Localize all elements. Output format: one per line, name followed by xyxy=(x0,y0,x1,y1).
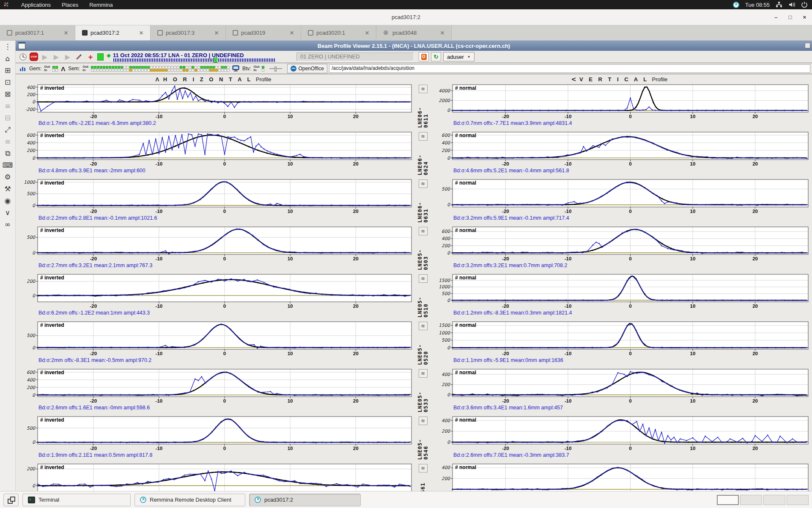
clock[interactable]: Tue 08:55 xyxy=(745,2,770,8)
power-icon[interactable] xyxy=(801,1,808,8)
horizontal-profile-chart[interactable]: 5000-20-1001020# inverted xyxy=(17,226,413,262)
network-share-icon[interactable] xyxy=(776,1,782,8)
openoffice-button[interactable]: OpenOffice xyxy=(287,64,327,73)
stop-icon[interactable]: STOP xyxy=(30,52,38,61)
horizontal-profile-chart[interactable]: 5000-20-1001020# inverted xyxy=(17,416,413,451)
screenshot-icon[interactable]: ◉ xyxy=(5,197,11,204)
tab-pcad3019[interactable]: pcad3019✕ xyxy=(226,25,301,40)
row-expander-button[interactable]: ≋ xyxy=(419,464,428,472)
minimize-button[interactable]: – xyxy=(774,14,777,20)
new-connection-icon[interactable]: ⊞ xyxy=(5,67,11,74)
vertical-profile-chart[interactable]: 400020000-20-1001020# normal xyxy=(433,84,809,119)
marker-pen-icon[interactable] xyxy=(74,52,84,61)
step-play-icon-1[interactable]: ▶ xyxy=(40,52,49,61)
svg-text:0: 0 xyxy=(223,209,226,214)
tab-close-icon[interactable]: ✕ xyxy=(365,30,369,36)
tab-pcad3048[interactable]: ⊗pcad3048✕ xyxy=(376,25,452,40)
add-icon[interactable]: + xyxy=(86,52,95,61)
menu-applications[interactable]: Applications xyxy=(21,2,51,8)
horizontal-profile-chart[interactable]: 5000-20-1001020# inverted xyxy=(17,321,413,356)
row-expander-button[interactable]: ≋ xyxy=(419,369,428,378)
vertical-profile-chart[interactable]: 5000-20-1001020# normal xyxy=(433,179,809,214)
zoom-slider[interactable] xyxy=(269,68,282,69)
tab-pcad3020:1[interactable]: pcad3020:1✕ xyxy=(301,25,376,40)
menu-kebab-icon[interactable]: ⋮ xyxy=(4,43,11,50)
vertical-profile-chart[interactable]: 150010005000-20-1001020# normal xyxy=(433,321,809,356)
row-expander-button[interactable]: ≋ xyxy=(419,322,428,330)
profile-headers: Λ H O R I Z O N T A L Profile Λ V E R T … xyxy=(16,75,812,84)
horizontal-profile-stats: Bd:σ:2.2mm offs:2.8E1 mean:-0.1mm ampl:1… xyxy=(38,214,413,222)
keyboard-grab-icon[interactable]: ⌨ xyxy=(3,162,13,169)
tab-close-icon[interactable]: ✕ xyxy=(440,30,444,36)
horizontal-profile-chart[interactable]: 6004002000-20-1001020# inverted xyxy=(17,368,413,404)
workspace-pager[interactable] xyxy=(717,495,809,505)
tab-close-icon[interactable]: ✕ xyxy=(290,30,294,36)
home-icon[interactable]: ⌂ xyxy=(5,55,10,62)
workspace-cell-3[interactable] xyxy=(763,495,785,505)
workspace-cell-4[interactable] xyxy=(787,495,809,505)
resolution-menu-icon[interactable]: ≡ xyxy=(5,102,11,110)
workspace-switcher-icon[interactable] xyxy=(3,494,19,506)
remmina-tray-icon[interactable] xyxy=(733,2,739,8)
tab-close-icon[interactable]: ✕ xyxy=(139,30,143,36)
horizontal-profile-chart[interactable]: 10005000-20-1001020# inverted xyxy=(17,179,413,214)
vertical-profile-chart[interactable]: 6004002000-20-1001020# normal xyxy=(433,131,809,167)
tab-close-icon[interactable]: ✕ xyxy=(64,30,68,36)
remmina-window-titlebar[interactable]: pcad3017:2 – □ × xyxy=(0,9,812,25)
dynamic-resolution-icon[interactable]: ⊡ xyxy=(5,79,11,86)
remote-desktop-view[interactable]: Beam Profile Viewer 2.15.1 - (INCA) - LN… xyxy=(16,41,812,491)
taskbar-item-pcad3017-2[interactable]: pcad3017:2 xyxy=(249,494,361,506)
vertical-profile-chart[interactable]: 4002000-20-1001020# normal xyxy=(433,416,809,451)
vertical-profile-chart[interactable]: 6004002000-20-1001020# normal xyxy=(433,226,809,262)
acquisition-path-field[interactable]: /acc/java/data/lna/adebds/acquisition xyxy=(329,64,810,73)
horizontal-profile-chart[interactable]: 2000-20-1001020# inverted xyxy=(17,273,413,309)
tab-pcad3017:1[interactable]: pcad3017:1✕ xyxy=(0,25,75,40)
disconnect-icon[interactable]: ∞ xyxy=(5,221,11,228)
app-titlebar-restore-icon[interactable] xyxy=(805,43,810,48)
row-expander-button[interactable]: ≋ xyxy=(419,274,428,283)
minimize-toolbar-icon[interactable]: ∨ xyxy=(5,209,10,216)
play-icon[interactable]: ▶ xyxy=(63,52,72,61)
vertical-profile-chart[interactable]: 400200-20-1001020# normal xyxy=(433,463,809,491)
timer-icon[interactable] xyxy=(18,52,27,61)
menu-places[interactable]: Places xyxy=(62,2,78,8)
restore-button[interactable]: □ xyxy=(789,14,792,20)
tab-close-icon[interactable]: ✕ xyxy=(214,30,219,36)
step-play-icon-2[interactable]: ▶ xyxy=(52,52,61,61)
taskbar-item-remmina-remote-desktop-client[interactable]: Remmina Remote Desktop Client xyxy=(134,494,245,506)
refresh-button[interactable]: ↻ xyxy=(431,52,441,61)
row-expander-button[interactable]: ≋ xyxy=(419,132,428,141)
tab-pcad3017:3[interactable]: pcad3017:3✕ xyxy=(151,25,226,40)
btv-monitor-icon[interactable] xyxy=(231,64,241,73)
close-button[interactable]: × xyxy=(803,14,806,20)
vertical-profile-chart[interactable]: 150010005000-20-1001020# normal xyxy=(433,273,809,309)
row-expander-button[interactable]: ≋ xyxy=(419,417,428,425)
svg-text:# normal: # normal xyxy=(455,85,476,91)
options-menu-icon[interactable]: ≡ xyxy=(5,138,11,145)
horizontal-profile-chart[interactable]: 2000-20-1001020# inverted xyxy=(17,463,413,491)
horizontal-profile-chart[interactable]: 6004002000-20-1001020# inverted xyxy=(17,131,413,167)
row-expander-button[interactable]: ≋ xyxy=(419,227,428,235)
vertical-profile-chart[interactable]: 4002000-20-1001020# normal xyxy=(433,368,809,404)
scale-expand-icon[interactable]: ⤢ xyxy=(5,126,11,133)
workspace-cell-2[interactable] xyxy=(740,495,762,505)
preferences-icon[interactable]: ⚙ xyxy=(4,174,11,181)
menu-remmina[interactable]: Remmina xyxy=(89,2,113,8)
sem-out-indicator xyxy=(94,66,96,69)
cycle-selector-field[interactable]: 01 ZERO | UNDEFINED xyxy=(296,52,414,61)
user-dropdown[interactable]: aduser ▼ xyxy=(443,52,475,61)
record-button[interactable]: O xyxy=(419,52,429,61)
scaled-mode-icon[interactable]: ⊟ xyxy=(5,114,11,121)
tab-pcad3017:2[interactable]: pcad3017:2✕ xyxy=(75,25,151,40)
tools-icon[interactable]: ⚒ xyxy=(4,185,11,193)
fullscreen-icon[interactable]: ⊠ xyxy=(5,91,11,98)
taskbar-item-terminal[interactable]: Terminal xyxy=(22,494,131,506)
volume-icon[interactable] xyxy=(788,1,795,8)
workspace-cell-1[interactable] xyxy=(717,495,739,505)
row-expander-button[interactable]: ≋ xyxy=(419,85,428,93)
horizontal-profile-chart[interactable]: 4002000-200-20-1001020# inverted xyxy=(17,84,413,119)
bar-chart-icon[interactable] xyxy=(18,64,27,73)
multi-monitor-icon[interactable]: ⧉ xyxy=(5,150,10,157)
sem-out-indicator xyxy=(189,66,191,69)
row-expander-button[interactable]: ≋ xyxy=(419,179,428,188)
